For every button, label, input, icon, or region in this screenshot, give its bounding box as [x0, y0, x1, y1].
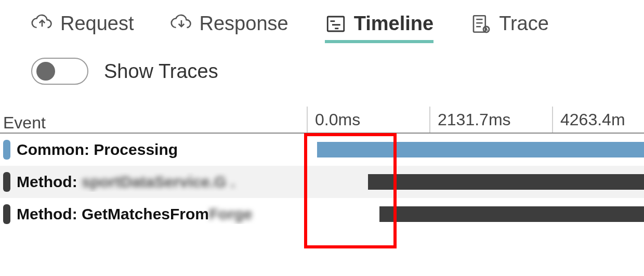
cloud-up-icon [31, 13, 53, 35]
timeline-icon [325, 13, 347, 35]
tab-request-label: Request [60, 12, 134, 35]
timeline-row[interactable]: Method: sportDataService.G . [0, 166, 644, 198]
timeline-row[interactable]: Common: Processing [0, 134, 644, 166]
time-col-1: 2131.7ms [429, 107, 552, 133]
timeline-cell [307, 166, 644, 198]
tab-response-label: Response [200, 12, 288, 35]
show-traces-label: Show Traces [104, 60, 218, 83]
tab-response[interactable]: Response [170, 12, 288, 42]
time-col-0: 0.0ms [307, 107, 429, 133]
timeline-row[interactable]: Method: GetMatchesFromForge [0, 198, 644, 230]
tab-trace-label: Trace [499, 12, 549, 35]
row-marker-icon [3, 204, 10, 224]
cloud-down-icon [170, 13, 192, 35]
timeline-cell [307, 134, 644, 166]
timeline-bar [379, 206, 644, 222]
timeline-bar [317, 142, 644, 157]
row-label: Common: Processing [17, 141, 178, 159]
tab-bar: Request Response Timeline [0, 12, 644, 42]
row-label: Method: sportDataService.G . [17, 173, 235, 191]
time-col-2: 4263.4m [552, 107, 644, 133]
tab-timeline[interactable]: Timeline [325, 12, 433, 42]
tab-timeline-label: Timeline [354, 12, 433, 35]
col-event-header: Event [0, 113, 307, 133]
tab-request[interactable]: Request [31, 12, 134, 42]
row-label: Method: GetMatchesFromForge [17, 205, 252, 223]
timeline-cell [307, 198, 644, 230]
show-traces-toggle[interactable] [31, 58, 88, 85]
toggle-knob [36, 62, 55, 81]
tab-trace[interactable]: Trace [470, 12, 549, 42]
timeline-bar [368, 174, 644, 190]
timeline-header: Event 0.0ms 2131.7ms 4263.4m [0, 107, 644, 134]
row-marker-icon [3, 172, 10, 192]
trace-icon [470, 13, 492, 35]
row-marker-icon [3, 140, 10, 160]
